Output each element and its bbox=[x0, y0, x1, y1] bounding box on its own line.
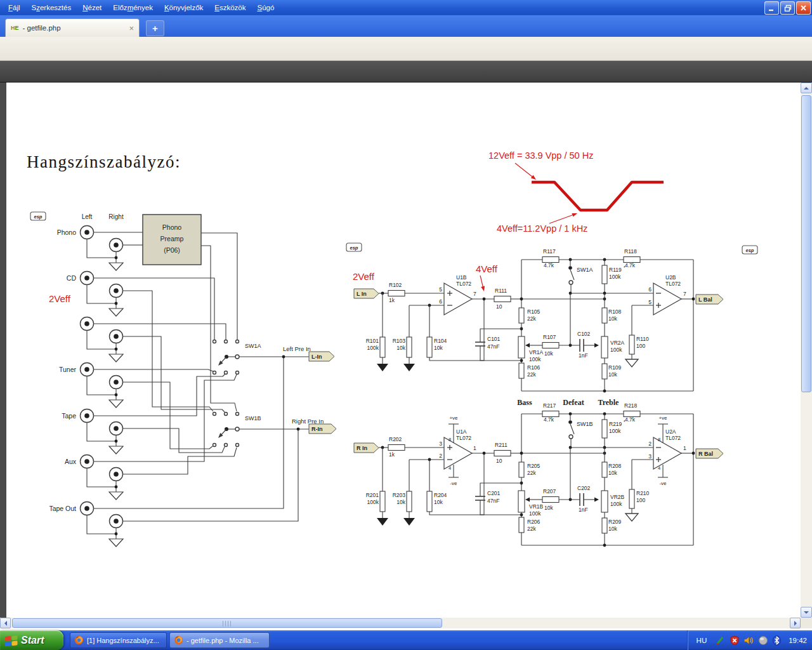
component bbox=[427, 337, 432, 357]
tab-close-icon[interactable]: × bbox=[125, 23, 134, 33]
schematic-label: R111 bbox=[495, 288, 507, 294]
schematic-label: 4.7k bbox=[625, 262, 636, 269]
taskbar: Start [1] Hangszínszabályz... - getfile.… bbox=[0, 630, 812, 650]
wire bbox=[123, 448, 237, 474]
junction-dot bbox=[692, 452, 695, 455]
node bbox=[114, 242, 119, 248]
schematic-label: R105 bbox=[527, 308, 540, 315]
tray-security-alert-icon[interactable] bbox=[730, 635, 740, 646]
schematic-label: C101 bbox=[487, 336, 501, 342]
net-tag-label: R-In bbox=[311, 426, 323, 432]
schematic-label: 5 bbox=[439, 286, 442, 293]
ground-icon bbox=[109, 446, 123, 454]
schematic-label: 1k bbox=[389, 297, 395, 303]
language-indicator[interactable]: HU bbox=[695, 637, 712, 644]
schematic-label: U1A bbox=[456, 428, 467, 435]
component bbox=[601, 336, 608, 358]
tray-volume-icon[interactable] bbox=[743, 635, 754, 646]
restore-button[interactable] bbox=[780, 1, 795, 15]
vertical-scrollbar[interactable] bbox=[801, 83, 812, 618]
ground-icon bbox=[403, 518, 415, 526]
junction-dot bbox=[115, 486, 118, 489]
schematic-label: Preamp bbox=[160, 235, 184, 242]
new-tab-button[interactable]: + bbox=[146, 20, 164, 36]
junction-dot bbox=[115, 256, 118, 260]
scroll-right-button[interactable] bbox=[790, 618, 801, 628]
vertical-scroll-thumb[interactable] bbox=[801, 95, 811, 392]
menu-item-6[interactable]: Súgó bbox=[252, 0, 280, 15]
schematic-label: 22k bbox=[527, 470, 536, 476]
schematic-label: R107 bbox=[543, 334, 556, 340]
input-label: Tape bbox=[62, 412, 76, 420]
component bbox=[542, 343, 559, 348]
tab-getfile[interactable]: HE - getfile.php × bbox=[5, 18, 140, 37]
scroll-left-button[interactable] bbox=[0, 618, 11, 628]
switch-label: SW1A bbox=[245, 343, 261, 349]
component bbox=[519, 517, 524, 533]
scroll-up-button[interactable] bbox=[801, 83, 812, 93]
wire bbox=[429, 299, 484, 361]
schematic-label: 4 bbox=[449, 465, 451, 471]
junction-dot bbox=[115, 440, 118, 443]
input-label: CD bbox=[67, 274, 77, 282]
input-label: Phono bbox=[57, 229, 77, 236]
component bbox=[380, 337, 385, 357]
system-tray: HU 19:42 bbox=[687, 630, 812, 650]
junction-dot bbox=[297, 428, 300, 431]
scroll-down-button[interactable] bbox=[801, 607, 812, 618]
schematic-label: 7 bbox=[473, 291, 476, 297]
schematic-label: C102 bbox=[577, 331, 591, 337]
wire bbox=[87, 376, 116, 395]
tray-bluetooth-icon[interactable] bbox=[772, 635, 782, 646]
menu-item-1[interactable]: Szerkesztés bbox=[26, 0, 77, 15]
wire bbox=[570, 270, 574, 280]
menu-item-2[interactable]: Nézet bbox=[77, 0, 107, 15]
menu-item-4[interactable]: Könyvjelzők bbox=[159, 0, 209, 15]
schematic-label: 10k bbox=[608, 526, 617, 532]
schematic-label: +ve bbox=[449, 415, 458, 421]
schematic-label: R118 bbox=[624, 248, 637, 255]
schematic-label: R218 bbox=[624, 402, 638, 409]
schematic-label: 3 bbox=[439, 441, 442, 447]
ground-icon bbox=[625, 514, 638, 521]
scroll-up-icon bbox=[804, 84, 809, 90]
schematic-label: 10k bbox=[396, 345, 405, 351]
taskbar-task-forum[interactable]: [1] Hangszínszabályz... bbox=[70, 632, 167, 648]
schematic-label: 100k bbox=[610, 501, 622, 507]
menu-item-3[interactable]: Előzmények bbox=[107, 0, 159, 15]
junction-dot bbox=[115, 348, 118, 351]
thumb-grip bbox=[223, 621, 232, 627]
junction-dot bbox=[115, 394, 118, 397]
schematic-label: R102 bbox=[389, 282, 402, 288]
tray-pen-icon[interactable] bbox=[716, 635, 726, 646]
schematic-label: 22k bbox=[527, 371, 536, 378]
schematic-label: 100k bbox=[529, 510, 541, 517]
menu-item-0[interactable]: Fájl bbox=[3, 0, 26, 15]
schematic-label: R106 bbox=[527, 364, 540, 371]
horizontal-scroll-thumb[interactable] bbox=[12, 618, 442, 628]
site-favicon: HE bbox=[11, 25, 19, 31]
horizontal-scrollbar[interactable] bbox=[0, 618, 801, 628]
schematic-label: R104 bbox=[434, 338, 447, 344]
level-annotation: 4Veff bbox=[476, 263, 498, 274]
graph-annotation-bottom: 4Veff=11.2Vpp / 1 kHz bbox=[497, 223, 587, 234]
component bbox=[519, 308, 524, 323]
junction-dot bbox=[483, 452, 486, 455]
taskbar-task-getfile[interactable]: - getfile.php - Mozilla ... bbox=[169, 632, 270, 648]
minimize-button[interactable] bbox=[764, 1, 779, 15]
tab-bar: HE - getfile.php × + bbox=[0, 15, 812, 37]
schematic-label: 10k bbox=[396, 499, 405, 505]
ground-icon bbox=[377, 518, 388, 526]
schematic-label: 2 bbox=[439, 453, 442, 459]
schematic-label: R108 bbox=[608, 308, 622, 315]
schematic-label: R205 bbox=[527, 463, 540, 469]
schematic-label: 4.7k bbox=[544, 262, 554, 269]
menu-item-5[interactable]: Eszközök bbox=[209, 0, 251, 15]
schematic-label: 5 bbox=[648, 299, 652, 305]
close-button[interactable] bbox=[796, 1, 811, 15]
node bbox=[84, 459, 89, 464]
tray-device-icon[interactable] bbox=[758, 635, 768, 646]
navigation-toolbar: https://www.hobbielektronika.hu/forum/ge… bbox=[0, 37, 812, 61]
start-button[interactable]: Start bbox=[0, 630, 63, 650]
node bbox=[84, 506, 89, 511]
